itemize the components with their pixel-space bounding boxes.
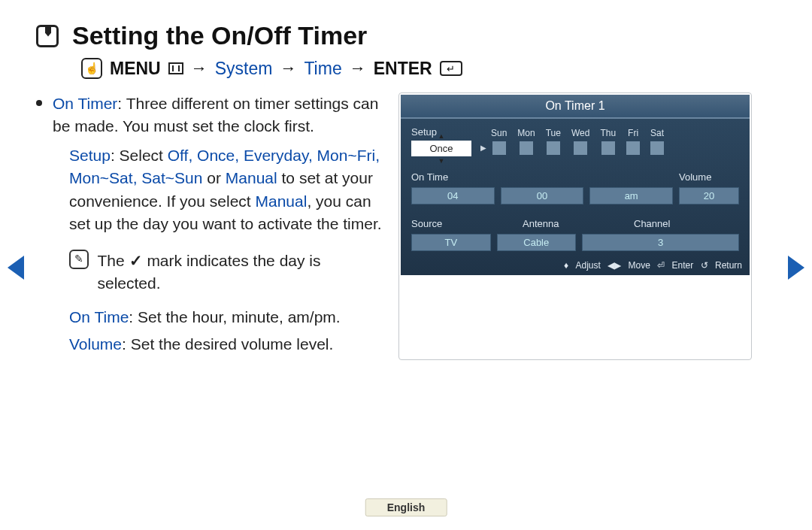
day-label: Wed	[571, 128, 589, 138]
arrow-icon: →	[280, 59, 296, 78]
panel-source-label: Source	[411, 218, 517, 229]
prev-page-arrow[interactable]	[8, 256, 24, 280]
day-label: Fri	[628, 128, 638, 138]
setup-or: or	[202, 169, 225, 186]
setup-manual: Manual	[226, 169, 277, 186]
day-label: Sat	[650, 128, 664, 138]
chevron-right-icon: ▶	[480, 144, 486, 152]
day-checkbox[interactable]	[650, 141, 664, 155]
language-badge: English	[365, 498, 447, 516]
panel-ontime-label: On Time	[411, 171, 679, 183]
arrow-icon: →	[191, 59, 208, 78]
day-checkbox[interactable]	[520, 141, 533, 155]
day-label: Tue	[546, 128, 561, 138]
day-label: Sun	[491, 128, 507, 138]
panel-antenna-label: Antenna	[523, 218, 628, 229]
setup-select[interactable]: Once	[411, 141, 471, 156]
enter-hint: ⏎ Enter	[657, 260, 693, 271]
on-timer-label: On Timer	[53, 95, 117, 112]
minute-field[interactable]: 00	[501, 187, 584, 204]
day-checkbox[interactable]	[574, 141, 587, 155]
day-checkbox[interactable]	[492, 141, 506, 155]
bullet-icon	[36, 100, 42, 106]
note-icon: ✎	[69, 250, 89, 269]
volume-field[interactable]: 20	[679, 187, 739, 204]
setup-desc-1: : Select	[111, 147, 168, 164]
panel-channel-label: Channel	[634, 218, 739, 229]
day-checkbox[interactable]	[547, 141, 560, 155]
panel-footer: ♦ Adjust ◀▶ Move ⏎ Enter ↺ Return	[401, 257, 750, 275]
volume-desc: : Set the desired volume level.	[122, 335, 333, 353]
source-field[interactable]: TV	[411, 234, 491, 251]
note-text: The ✓ mark indicates the day is selected…	[98, 250, 382, 295]
arrow-icon: →	[350, 59, 366, 78]
day-label: Thu	[600, 128, 616, 138]
channel-field[interactable]: 3	[582, 234, 739, 251]
hour-field[interactable]: 04	[411, 187, 495, 204]
on-time-label: On Time	[69, 308, 129, 326]
setup-manual-2: Manual	[255, 192, 307, 210]
setup-label: Setup	[69, 147, 111, 164]
antenna-field[interactable]: Cable	[497, 234, 577, 251]
hand-icon: ☝	[81, 58, 102, 79]
enter-label: ENTER	[374, 59, 432, 79]
panel-volume-label: Volume	[679, 171, 739, 183]
day-checkbox[interactable]	[626, 141, 640, 155]
ampm-field[interactable]: am	[589, 187, 673, 204]
adjust-hint: ♦ Adjust	[564, 260, 601, 271]
menu-icon	[168, 62, 183, 74]
return-hint: ↺ Return	[701, 260, 742, 271]
day-selector[interactable]: Sun Mon Tue Wed Thu Fri Sat	[491, 128, 664, 155]
volume-label: Volume	[69, 335, 122, 353]
move-hint: ◀▶ Move	[607, 260, 650, 271]
page-title: Setting the On/Off Timer	[72, 21, 367, 50]
breadcrumb-time: Time	[304, 59, 341, 79]
timer-panel: On Timer 1 Setup Once ▶ Sun Mon Tue Wed	[398, 92, 752, 360]
next-page-arrow[interactable]	[788, 256, 804, 280]
menu-label: MENU	[110, 59, 161, 79]
day-checkbox[interactable]	[601, 141, 615, 155]
enter-icon: ↵	[440, 61, 462, 76]
on-time-desc: : Set the hour, minute, am/pm.	[129, 308, 340, 326]
bookmark-icon	[36, 25, 59, 47]
panel-title: On Timer 1	[401, 95, 750, 119]
day-label: Mon	[517, 128, 535, 138]
breadcrumb: ☝ MENU → System → Time → ENTER ↵	[81, 58, 782, 79]
breadcrumb-system: System	[215, 59, 273, 79]
